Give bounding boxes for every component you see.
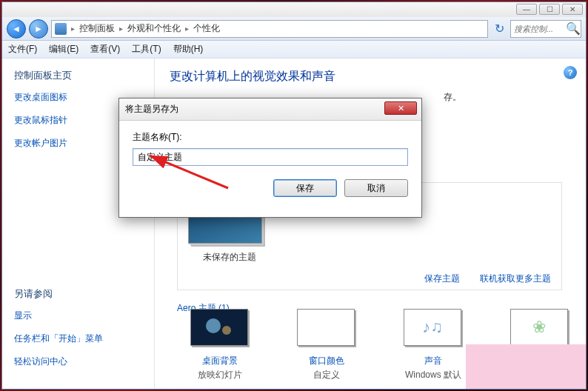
search-icon[interactable]: 🔍 [566,21,578,36]
help-icon[interactable]: ? [564,66,577,79]
breadcrumb-item[interactable]: 控制面板 [79,22,115,35]
get-more-themes-link[interactable]: 联机获取更多主题 [480,273,551,284]
tile-sub: 自定义 [291,369,362,381]
search-input[interactable] [514,24,566,33]
maximize-button[interactable]: ☐ [539,4,560,15]
titlebar: — ☐ ✕ [2,2,586,17]
overlay-patch [466,344,586,389]
tile-name: 桌面背景 [184,355,255,367]
theme-name-label: 主题名称(T): [133,131,408,144]
breadcrumb-item[interactable]: 个性化 [193,22,220,35]
tile-name: 窗口颜色 [291,355,362,367]
tile-name: 声音 [398,355,469,367]
cancel-button[interactable]: 取消 [344,179,408,197]
sidebar-seealso-header: 另请参阅 [14,287,142,301]
dialog-title: 将主题另存为 [125,103,178,116]
dialog-close-button[interactable]: ✕ [384,101,417,115]
dialog-titlebar: 将主题另存为 ✕ [119,98,421,121]
save-button[interactable]: 保存 [273,179,337,197]
screensaver-icon: ❀ [510,309,568,346]
back-button[interactable]: ◄ [7,19,26,39]
menu-view[interactable]: 查看(V) [90,43,120,56]
breadcrumb-item[interactable]: 外观和个性化 [127,22,181,35]
refresh-button[interactable]: ↻ [491,21,507,37]
menu-bar: 文件(F) 编辑(E) 查看(V) 工具(T) 帮助(H) [2,41,586,59]
sidebar-link-display[interactable]: 显示 [14,310,142,322]
window-color-tile[interactable] [297,309,356,349]
desktop-background-tile[interactable] [190,309,250,349]
menu-edit[interactable]: 编辑(E) [49,43,78,56]
control-panel-icon [55,23,67,35]
screensaver-tile[interactable]: ❀ [510,309,569,349]
theme-label: 未保存的主题 [203,251,551,264]
search-box[interactable]: 🔍 [510,20,581,38]
chevron-right-icon: ▸ [185,24,189,33]
theme-name-input[interactable] [133,148,408,166]
window-close-button[interactable]: ✕ [562,4,583,15]
menu-file[interactable]: 文件(F) [8,43,37,56]
chevron-right-icon: ▸ [119,24,123,33]
address-bar[interactable]: ▸ 控制面板 ▸ 外观和个性化 ▸ 个性化 [51,20,488,38]
save-theme-link[interactable]: 保存主题 [424,273,460,284]
sidebar-link-taskbar[interactable]: 任务栏和「开始」菜单 [14,332,142,345]
menu-tools[interactable]: 工具(T) [132,43,161,56]
tile-sub: 放映幻灯片 [184,369,255,381]
truncated-text: 存。 [444,91,461,104]
nav-bar: ◄ ► ▸ 控制面板 ▸ 外观和个性化 ▸ 个性化 ↻ 🔍 [2,17,586,41]
menu-help[interactable]: 帮助(H) [173,43,204,56]
sidebar-link-ease-of-access[interactable]: 轻松访问中心 [14,355,142,368]
page-title: 更改计算机上的视觉效果和声音 [170,69,571,84]
chevron-right-icon: ▸ [71,24,75,33]
tile-sub: Windows 默认 [398,369,469,381]
forward-button[interactable]: ► [29,19,48,39]
save-theme-dialog: 将主题另存为 ✕ 主题名称(T): 保存 取消 [118,98,422,218]
sidebar-header: 控制面板主页 [14,69,142,82]
music-note-icon: ♪♫ [404,309,461,346]
sound-tile[interactable]: ♪♫ [404,309,463,349]
minimize-button[interactable]: — [516,4,537,15]
